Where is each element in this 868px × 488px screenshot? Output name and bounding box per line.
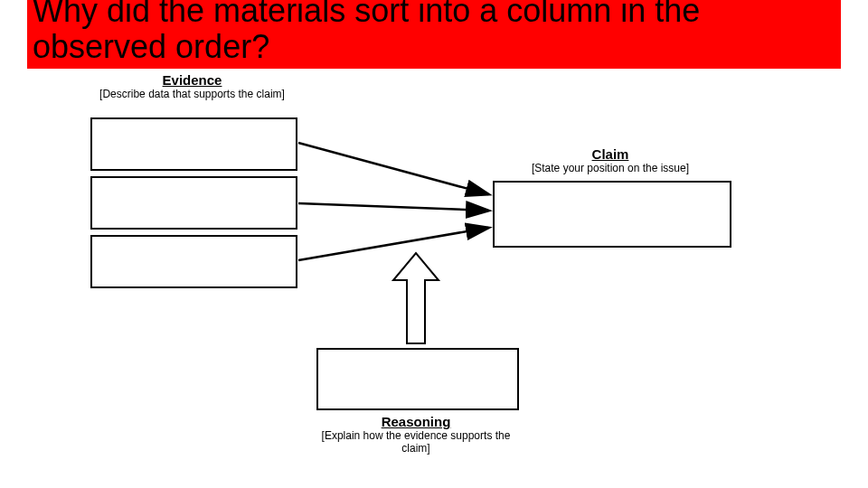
evidence-box-2 bbox=[90, 176, 297, 230]
evidence-header: Evidence [Describe data that supports th… bbox=[90, 72, 294, 100]
arrow-evidence1-to-claim bbox=[298, 143, 488, 194]
claim-header: Claim [State your position on the issue] bbox=[493, 146, 728, 174]
evidence-box-1 bbox=[90, 117, 297, 171]
reasoning-heading: Reasoning bbox=[316, 414, 515, 429]
title-banner: Why did the materials sort into a column… bbox=[27, 0, 841, 69]
page-title: Why did the materials sort into a column… bbox=[33, 0, 841, 65]
claim-subheading: [State your position on the issue] bbox=[493, 162, 728, 174]
claim-box bbox=[493, 181, 731, 248]
reasoning-subheading: [Explain how the evidence supports the c… bbox=[316, 429, 515, 455]
arrow-evidence2-to-claim bbox=[298, 203, 488, 211]
evidence-heading: Evidence bbox=[90, 72, 294, 88]
reasoning-header: Reasoning [Explain how the evidence supp… bbox=[316, 414, 515, 455]
reasoning-box bbox=[316, 348, 519, 410]
arrow-evidence3-to-claim bbox=[298, 228, 488, 260]
evidence-box-3 bbox=[90, 235, 297, 288]
arrow-reasoning-to-claim bbox=[393, 253, 439, 343]
evidence-subheading: [Describe data that supports the claim] bbox=[90, 88, 294, 100]
claim-heading: Claim bbox=[493, 146, 728, 162]
